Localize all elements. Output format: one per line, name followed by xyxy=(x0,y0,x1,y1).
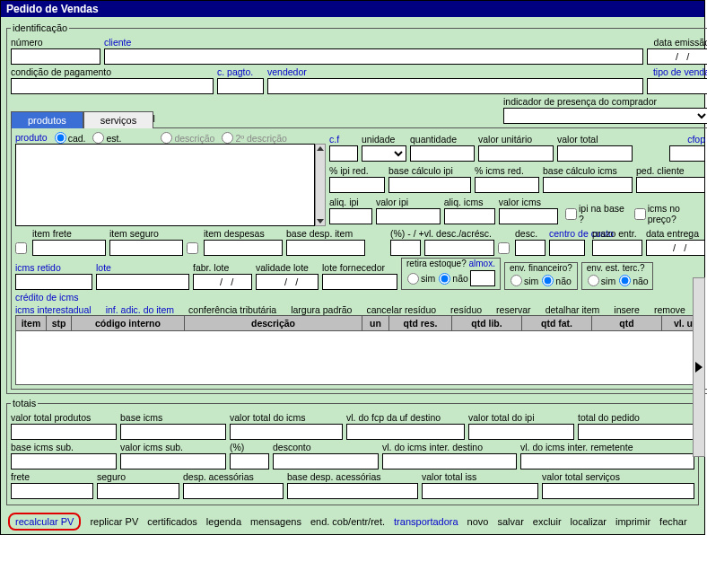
retira-sim[interactable] xyxy=(407,273,419,285)
envfin-nao[interactable] xyxy=(542,275,554,286)
item-seguro-input[interactable] xyxy=(109,240,183,256)
produto-textarea[interactable] xyxy=(15,144,315,226)
link-end[interactable]: end. cob/entr/ret. xyxy=(310,516,385,527)
data-emissao-input[interactable] xyxy=(647,48,707,65)
vtiss-input[interactable] xyxy=(422,483,538,499)
almox-input[interactable] xyxy=(470,270,495,286)
cf-input[interactable] xyxy=(329,145,358,162)
aliq-ipi-input[interactable] xyxy=(329,208,372,224)
link-recalcular[interactable]: recalcular PV xyxy=(8,513,81,531)
lbl-cliente[interactable]: cliente xyxy=(104,37,643,48)
link-fechar[interactable]: fechar xyxy=(659,516,687,527)
tipo-venda-input[interactable] xyxy=(647,78,707,94)
link-transp[interactable]: transportadora xyxy=(394,516,458,527)
envest-nao[interactable] xyxy=(619,275,631,286)
radio-cad[interactable] xyxy=(55,132,66,144)
base-icms-input[interactable] xyxy=(543,177,633,193)
cond-pag-input[interactable] xyxy=(11,78,214,94)
link-excluir[interactable]: excluir xyxy=(533,516,562,527)
grid-body[interactable] xyxy=(15,331,705,385)
link-legenda[interactable]: legenda xyxy=(206,516,241,527)
ipi-red-input[interactable] xyxy=(329,177,385,193)
total-input[interactable] xyxy=(578,424,694,440)
vtp-input[interactable] xyxy=(11,424,117,440)
link-replicar[interactable]: replicar PV xyxy=(90,516,138,527)
numero-input[interactable] xyxy=(11,48,100,65)
link-residuo[interactable]: resíduo xyxy=(450,304,482,315)
item-desp-input[interactable] xyxy=(204,240,283,256)
valor-total-input[interactable] xyxy=(557,145,633,162)
ipi-base-checkbox[interactable] xyxy=(565,208,577,220)
vticms-input[interactable] xyxy=(230,424,343,440)
envest-sim[interactable] xyxy=(588,275,599,286)
link-icms-inter[interactable]: icms interestadual xyxy=(15,304,92,315)
tab-produtos[interactable]: produtos xyxy=(11,111,83,128)
c-pagto-input[interactable] xyxy=(217,78,264,94)
icms-retido-input[interactable] xyxy=(15,274,92,290)
despac-input[interactable] xyxy=(183,483,284,499)
lbl-vendedor[interactable]: vendedor xyxy=(267,66,643,77)
base-desp-input[interactable] xyxy=(286,240,365,256)
icms-preco-checkbox[interactable] xyxy=(634,208,646,220)
seguro-input[interactable] xyxy=(97,483,179,499)
envfin-sim[interactable] xyxy=(511,275,522,286)
base-ipi-input[interactable] xyxy=(388,177,471,193)
vicmssub-input[interactable] xyxy=(120,453,226,470)
desc-acresc-input[interactable] xyxy=(424,240,494,256)
quantidade-input[interactable] xyxy=(410,145,475,162)
item-desp-checkbox[interactable] xyxy=(187,242,198,254)
link-localizar[interactable]: localizar xyxy=(571,516,607,527)
validade-lote-input[interactable] xyxy=(256,274,319,290)
lbl-produto[interactable]: produto xyxy=(15,132,48,143)
perc-input[interactable] xyxy=(390,240,421,256)
prazo-input[interactable] xyxy=(592,240,642,256)
right-scroll-handle[interactable] xyxy=(693,277,705,457)
aliq-icms-input[interactable] xyxy=(444,208,495,224)
link-cert[interactable]: certificados xyxy=(147,516,197,527)
basedespac-input[interactable] xyxy=(287,483,418,499)
lbl-cf[interactable]: c.f xyxy=(329,134,358,145)
lbl-almox[interactable]: almox. xyxy=(469,259,495,268)
link-remove[interactable]: remove xyxy=(654,304,685,315)
valor-ipi-input[interactable] xyxy=(376,208,441,224)
desc-checkbox[interactable] xyxy=(498,242,510,254)
data-entrega-input[interactable] xyxy=(646,240,705,256)
valor-unit-input[interactable] xyxy=(478,145,554,162)
link-inf-adic[interactable]: inf. adic. do item xyxy=(106,304,174,315)
icms-red-input[interactable] xyxy=(475,177,539,193)
vicmsintdest-input[interactable] xyxy=(382,453,517,470)
link-canc-residuo[interactable]: cancelar resíduo xyxy=(366,304,436,315)
perc-input2[interactable] xyxy=(230,453,269,470)
link-imprimir[interactable]: imprimir xyxy=(615,516,650,527)
lbl-icms-retido[interactable]: icms retido xyxy=(15,262,92,273)
tab-servicos[interactable]: serviços xyxy=(83,111,153,128)
link-salvar[interactable]: salvar xyxy=(497,516,523,527)
bicms-input[interactable] xyxy=(120,424,226,440)
vtipi-input[interactable] xyxy=(468,424,574,440)
link-conf-trib[interactable]: conferência tributária xyxy=(188,304,276,315)
radio-descricao[interactable] xyxy=(161,132,172,144)
lbl-c-pagto[interactable]: c. pagto. xyxy=(217,66,264,77)
vtserv-input[interactable] xyxy=(542,483,694,499)
unidade-select[interactable] xyxy=(362,145,406,162)
link-reservar[interactable]: reservar xyxy=(496,304,531,315)
link-novo[interactable]: novo xyxy=(467,516,489,527)
link-insere[interactable]: insere xyxy=(614,304,640,315)
ped-cliente-input[interactable] xyxy=(636,177,705,193)
lote-input[interactable] xyxy=(96,274,189,290)
fabr-lote-input[interactable] xyxy=(193,274,252,290)
frete-input[interactable] xyxy=(11,483,93,499)
item-frete-input[interactable] xyxy=(32,240,106,256)
lbl-lote[interactable]: lote xyxy=(96,262,189,273)
radio-2descricao[interactable] xyxy=(222,132,233,144)
cliente-input[interactable] xyxy=(104,48,643,65)
lbl-credito-icms[interactable]: crédito de icms xyxy=(15,292,79,303)
centro-custo-input[interactable] xyxy=(549,240,585,256)
link-mensagens[interactable]: mensagens xyxy=(250,516,301,527)
vendedor-input[interactable] xyxy=(267,78,643,94)
lote-forn-input[interactable] xyxy=(322,274,397,290)
lbl-cfop[interactable]: cfop xyxy=(669,134,705,145)
link-detalhar[interactable]: detalhar item xyxy=(546,304,600,315)
item-frete-checkbox[interactable] xyxy=(15,242,27,254)
desc-code-input[interactable] xyxy=(515,240,546,256)
